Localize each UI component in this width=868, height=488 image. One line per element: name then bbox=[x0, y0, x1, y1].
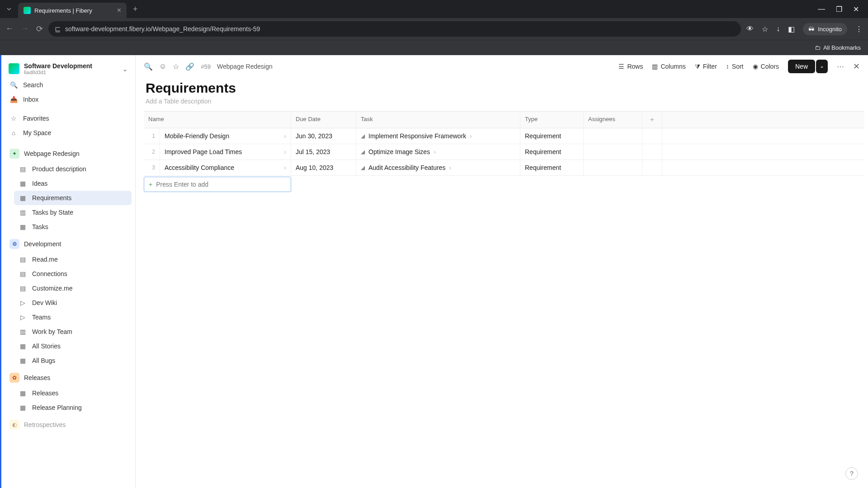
forward-button[interactable]: → bbox=[21, 24, 29, 34]
sidebar-item-all-bugs[interactable]: ▦All Bugs bbox=[14, 353, 132, 368]
downloads-icon[interactable]: ↓ bbox=[776, 25, 780, 33]
sidebar-item-teams[interactable]: ▷Teams bbox=[14, 310, 132, 324]
cell-task[interactable]: ◢Audit Accessibility Features› bbox=[356, 160, 520, 175]
column-header-due-date[interactable]: Due Date bbox=[291, 112, 356, 128]
minimize-icon[interactable]: — bbox=[818, 5, 825, 14]
browser-tab-strip: Requirements | Fibery × + — ❐ ✕ bbox=[0, 0, 868, 18]
eye-off-icon[interactable]: 👁 bbox=[746, 25, 754, 33]
columns-button[interactable]: ▥Columns bbox=[652, 63, 685, 70]
browser-tab[interactable]: Requirements | Fibery × bbox=[18, 3, 127, 18]
column-header-task[interactable]: Task bbox=[356, 112, 520, 128]
table-icon: ▦ bbox=[19, 357, 27, 365]
table-row[interactable]: 2 Improved Page Load Times› Jul 15, 2023… bbox=[144, 144, 864, 160]
back-button[interactable]: ← bbox=[5, 24, 14, 34]
sidebar-item-customize[interactable]: ▤Customize.me bbox=[14, 281, 132, 296]
expand-icon[interactable]: › bbox=[284, 164, 286, 171]
cell-due-date[interactable]: Jul 15, 2023 bbox=[291, 144, 356, 160]
cell-type[interactable]: Requirement bbox=[520, 144, 584, 160]
all-bookmarks-button[interactable]: 🗀 All Bookmarks bbox=[815, 44, 861, 51]
sidebar-item-dev-wiki[interactable]: ▷Dev Wiki bbox=[14, 296, 132, 310]
window-controls: — ❐ ✕ bbox=[818, 5, 868, 14]
colors-button[interactable]: ◉Colors bbox=[753, 63, 779, 70]
sidebar-item-all-stories[interactable]: ▦All Stories bbox=[14, 339, 132, 353]
close-tab-icon[interactable]: × bbox=[117, 6, 121, 14]
table-row[interactable]: 3 Accessibility Compliance› Aug 10, 2023… bbox=[144, 160, 864, 176]
section-label: Development bbox=[24, 240, 61, 248]
expand-icon[interactable]: › bbox=[470, 132, 472, 140]
sort-button[interactable]: ↕Sort bbox=[726, 63, 744, 70]
site-info-icon[interactable]: ⊑ bbox=[55, 25, 61, 33]
cell-due-date[interactable]: Jun 30, 2023 bbox=[291, 128, 356, 144]
page-description-placeholder[interactable]: Add a Table description bbox=[146, 98, 858, 105]
new-tab-button[interactable]: + bbox=[127, 5, 144, 14]
sidebar-section-releases[interactable]: ✿ Releases bbox=[5, 370, 132, 386]
breadcrumb-title[interactable]: Webpage Redesign bbox=[217, 63, 273, 70]
rows-button[interactable]: ☰Rows bbox=[618, 63, 643, 70]
sidebar-item-work-by-team[interactable]: ▥Work by Team bbox=[14, 324, 132, 339]
column-header-assignees[interactable]: Assignees bbox=[584, 112, 642, 128]
cell-task[interactable]: ◢Implement Responsive Framework› bbox=[356, 128, 520, 144]
add-row-field[interactable] bbox=[156, 181, 286, 188]
search-icon: 🔍 bbox=[9, 81, 18, 89]
sidebar-item-readme[interactable]: ▤Read.me bbox=[14, 252, 132, 267]
cell-name[interactable]: Improved Page Load Times› bbox=[160, 144, 291, 160]
sidebar-item-ideas[interactable]: ▦Ideas bbox=[14, 176, 132, 191]
sidebar-section-development[interactable]: ⚙ Development bbox=[5, 236, 132, 252]
cell-task[interactable]: ◢Optimize Image Sizes› bbox=[356, 144, 520, 160]
sidebar-item-requirements[interactable]: ▦Requirements bbox=[14, 191, 132, 205]
help-button[interactable]: ? bbox=[845, 467, 858, 480]
expand-icon[interactable]: › bbox=[449, 164, 451, 171]
more-icon[interactable]: ⋯ bbox=[837, 62, 844, 71]
new-button[interactable]: New bbox=[788, 60, 815, 73]
close-window-icon[interactable]: ✕ bbox=[853, 5, 859, 14]
bookmark-star-icon[interactable]: ☆ bbox=[762, 25, 768, 33]
sidebar-item-connections[interactable]: ▤Connections bbox=[14, 267, 132, 281]
sidebar-section-retrospectives[interactable]: ◐ Retrospectives bbox=[5, 417, 132, 433]
add-column-button[interactable]: + bbox=[642, 112, 662, 128]
side-panel-icon[interactable]: ◧ bbox=[788, 25, 795, 33]
column-header-name[interactable]: Name bbox=[144, 112, 291, 128]
incognito-badge[interactable]: 🕶 Incognito bbox=[803, 23, 847, 35]
workspace-switcher[interactable]: Software Development 6ad8d3d1 ⌄ bbox=[5, 60, 132, 78]
bookmarks-bar: 🗀 All Bookmarks bbox=[0, 40, 868, 55]
address-bar[interactable]: ⊑ software-development.fibery.io/Webpage… bbox=[48, 21, 741, 37]
workspace-name: Software Development bbox=[24, 62, 92, 70]
column-header-type[interactable]: Type bbox=[520, 112, 584, 128]
reload-button[interactable]: ⟳ bbox=[36, 24, 43, 34]
tab-search-dropdown[interactable] bbox=[0, 0, 18, 18]
sidebar-my-space[interactable]: ⌂ My Space bbox=[5, 126, 132, 140]
cell-due-date[interactable]: Aug 10, 2023 bbox=[291, 160, 356, 175]
sidebar-inbox[interactable]: 📥 Inbox bbox=[5, 92, 132, 107]
link-icon[interactable]: 🔗 bbox=[185, 62, 194, 71]
cell-type[interactable]: Requirement bbox=[520, 160, 584, 175]
maximize-icon[interactable]: ❐ bbox=[836, 5, 842, 14]
sidebar-favorites[interactable]: ☆ Favorites bbox=[5, 111, 132, 126]
expand-icon[interactable]: › bbox=[284, 148, 286, 155]
page-title[interactable]: Requirements bbox=[146, 80, 858, 96]
emoji-icon[interactable]: ☺ bbox=[159, 62, 166, 70]
cell-blank bbox=[642, 128, 662, 144]
add-row-input[interactable]: + bbox=[144, 177, 291, 192]
sidebar-search[interactable]: 🔍 Search bbox=[5, 78, 132, 92]
table-row[interactable]: 1 Mobile-Friendly Design› Jun 30, 2023 ◢… bbox=[144, 128, 864, 144]
sidebar-section-webpage-redesign[interactable]: ✦ Webpage Redesign bbox=[5, 145, 132, 162]
browser-menu-icon[interactable]: ⋮ bbox=[855, 25, 863, 33]
sidebar-item-releases[interactable]: ▦Releases bbox=[14, 386, 132, 400]
cell-assignees[interactable] bbox=[584, 160, 642, 175]
sidebar-item-release-planning[interactable]: ▦Release Planning bbox=[14, 400, 132, 415]
expand-icon[interactable]: › bbox=[284, 132, 286, 140]
cell-assignees[interactable] bbox=[584, 128, 642, 144]
close-panel-icon[interactable]: ✕ bbox=[853, 61, 860, 71]
expand-icon[interactable]: › bbox=[434, 148, 436, 155]
sidebar-item-tasks-by-state[interactable]: ▥Tasks by State bbox=[14, 205, 132, 220]
new-dropdown[interactable]: ⌄ bbox=[816, 60, 828, 73]
search-icon[interactable]: 🔍 bbox=[144, 62, 153, 71]
filter-button[interactable]: ⧩Filter bbox=[695, 63, 717, 70]
cell-name[interactable]: Mobile-Friendly Design› bbox=[160, 128, 291, 144]
sidebar-item-product-description[interactable]: ▤Product description bbox=[14, 162, 132, 176]
cell-name[interactable]: Accessibility Compliance› bbox=[160, 160, 291, 175]
cell-type[interactable]: Requirement bbox=[520, 128, 584, 144]
cell-assignees[interactable] bbox=[584, 144, 642, 160]
star-icon[interactable]: ☆ bbox=[173, 62, 179, 71]
sidebar-item-tasks[interactable]: ▦Tasks bbox=[14, 220, 132, 234]
